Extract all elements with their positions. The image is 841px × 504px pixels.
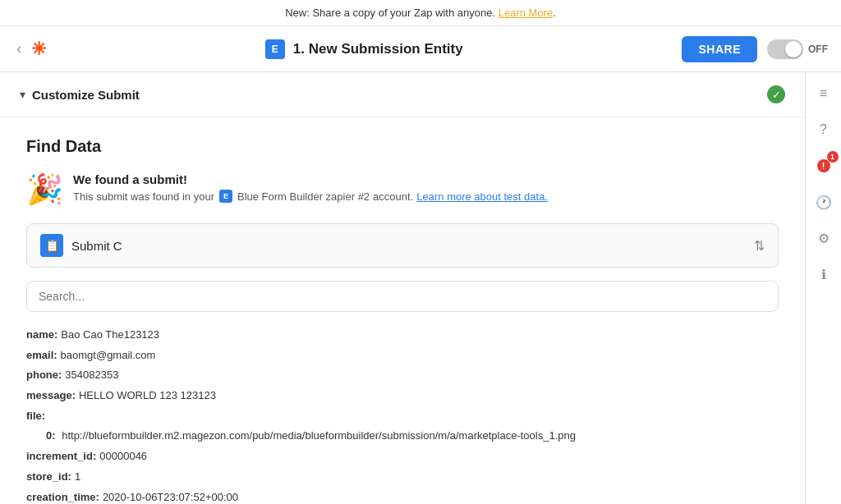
alert-icon[interactable]: ! 1 (812, 154, 835, 177)
found-text: We found a submit! This submit was found… (73, 172, 548, 203)
list-item: message: HELLO WORLD 123 123123 (26, 386, 779, 406)
chevron-down-icon[interactable]: ▾ (20, 88, 25, 101)
field-key: creation_time: (26, 488, 99, 505)
field-key: store_id: (26, 467, 71, 488)
list-item: increment_id: 00000046 (26, 447, 779, 467)
list-item: name: Bao Cao The123123 (26, 325, 779, 346)
toggle-thumb (785, 41, 802, 57)
party-icon: 🎉 (26, 172, 63, 207)
found-desc: This submit was found in your E Blue For… (73, 190, 548, 203)
field-value: 00000046 (99, 447, 147, 467)
page-title: 1. New Submission Entity (293, 41, 463, 57)
alert-badge: 1 (827, 151, 839, 163)
field-value: HELLO WORLD 123 123123 (79, 386, 216, 406)
find-data-title: Find Data (26, 137, 779, 156)
toggle[interactable] (767, 39, 803, 59)
account-badge: E (219, 190, 232, 203)
toggle-wrap: OFF (767, 39, 828, 59)
right-sidebar: ≡ ? ! 1 🕐 ⚙ ℹ (805, 72, 841, 504)
header-right: SHARE OFF (682, 36, 828, 62)
field-key: message: (26, 386, 76, 406)
toggle-label: OFF (808, 44, 828, 55)
list-item: store_id: 1 (26, 467, 779, 488)
check-icon: ✓ (767, 85, 785, 103)
test-data-link[interactable]: Learn more about test data. (416, 190, 548, 203)
step-badge: E (265, 39, 285, 59)
field-key: file: (26, 406, 45, 427)
found-account: Blue Form Builder zapier #2 (237, 190, 370, 203)
field-value: 1 (75, 467, 80, 488)
header-left: ‹ ✳ (13, 37, 46, 61)
selector-arrow-icon[interactable]: ⇅ (754, 238, 765, 254)
found-banner: 🎉 We found a submit! This submit was fou… (26, 172, 779, 207)
submit-label: Submit C (71, 239, 746, 253)
list-item: creation_time: 2020-10-06T23:07:52+00:00 (26, 488, 779, 505)
notif-link[interactable]: Learn More (499, 7, 553, 19)
field-value: http://blueformbuilder.m2.magezon.com/pu… (62, 429, 576, 442)
field-key: email: (26, 346, 57, 366)
list-item: email: baomgt@gmail.com (26, 346, 779, 366)
back-button[interactable]: ‹ (13, 37, 25, 61)
data-fields: name: Bao Cao The123123 email: baomgt@gm… (26, 325, 779, 504)
notif-text: New: Share a copy of your Zap with anyon… (285, 7, 495, 19)
found-title: We found a submit! (73, 172, 548, 186)
list-item: file: (26, 406, 779, 427)
header-center: E 1. New Submission Entity (46, 39, 682, 59)
found-desc-suffix: account. (373, 190, 413, 203)
field-value: baomgt@gmail.com (61, 346, 156, 366)
search-input[interactable] (26, 281, 779, 312)
notif-bar: New: Share a copy of your Zap with anyon… (0, 0, 841, 26)
field-key: 0: (46, 429, 56, 442)
field-key: increment_id: (26, 447, 96, 467)
header: ‹ ✳ E 1. New Submission Entity SHARE OFF (0, 26, 841, 72)
card-header-left: ▾ Customize Submit (20, 88, 140, 102)
list-item: phone: 354082353 (26, 365, 779, 386)
card: ▾ Customize Submit ✓ Find Data 🎉 We foun… (0, 72, 805, 504)
field-key: name: (26, 325, 57, 346)
main-layout: ▾ Customize Submit ✓ Find Data 🎉 We foun… (0, 72, 841, 504)
menu-icon[interactable]: ≡ (812, 82, 835, 105)
help-icon[interactable]: ? (812, 118, 835, 141)
field-key: phone: (26, 365, 62, 386)
field-value: 354082353 (65, 365, 118, 386)
field-value: 2020-10-06T23:07:52+00:00 (103, 488, 238, 505)
found-desc-prefix: This submit was found in your (73, 190, 214, 203)
submit-selector: 📋 Submit C ⇅ (26, 223, 779, 268)
zapier-logo: ✳ (31, 39, 46, 60)
content-area: ▾ Customize Submit ✓ Find Data 🎉 We foun… (0, 72, 805, 504)
field-value: Bao Cao The123123 (61, 325, 159, 346)
history-icon[interactable]: 🕐 (812, 190, 835, 213)
card-body: Find Data 🎉 We found a submit! This subm… (0, 117, 805, 504)
submit-icon: 📋 (40, 234, 63, 257)
list-item: 0: http://blueformbuilder.m2.magezon.com… (26, 426, 779, 447)
submit-selector-inner: 📋 Submit C ⇅ (27, 224, 778, 267)
settings-icon[interactable]: ⚙ (812, 227, 835, 250)
info-icon[interactable]: ℹ (812, 263, 835, 286)
share-button[interactable]: SHARE (682, 36, 757, 62)
card-section-title: Customize Submit (32, 88, 140, 102)
card-header: ▾ Customize Submit ✓ (0, 72, 805, 117)
